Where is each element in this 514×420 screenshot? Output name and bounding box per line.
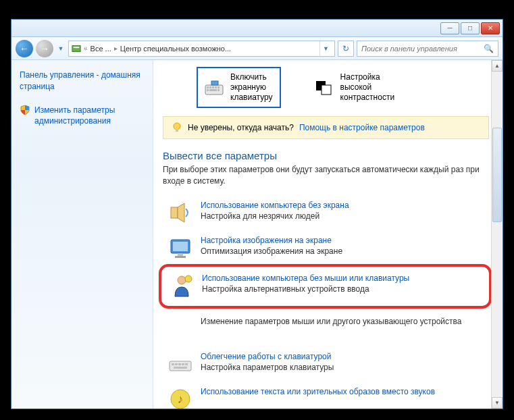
svg-point-14 [174,123,180,130]
svg-rect-19 [178,253,183,256]
search-input[interactable] [361,45,481,53]
keyboard-icon [205,80,224,96]
svg-rect-29 [174,367,187,369]
option-desc: Оптимизация изображения на экране [201,246,342,256]
sidebar-admin-link[interactable]: Изменить параметры администрирования [34,105,145,128]
close-button[interactable]: ✕ [481,22,500,34]
lightbulb-icon [172,122,182,133]
svg-rect-9 [209,89,217,91]
search-icon[interactable]: 🔍 [484,44,494,53]
person-icon [170,273,194,298]
option-title[interactable]: Настройка изображения на экране [201,236,342,245]
section-subtext: При выборе этих параметров они будут зап… [163,164,489,187]
tile-contrast-label: Настройка высокой контрастности [340,72,395,103]
option-title[interactable]: Использование компьютера без экрана [201,201,349,210]
back-button[interactable]: ← [16,40,33,57]
tile-high-contrast[interactable]: Настройка высокой контрастности [308,67,402,108]
address-bar[interactable]: « Все ... ▸ Центр специальных возможно..… [68,41,335,57]
svg-rect-28 [185,363,188,365]
keyboard-flat-icon [168,352,192,376]
speaker-icon [168,201,192,225]
svg-text:♪: ♪ [178,392,184,406]
option-desc: Настройка для незрячих людей [201,211,349,221]
sidebar-item-admin[interactable]: Изменить параметры администрирования [20,105,145,128]
svg-rect-26 [178,363,181,365]
svg-rect-13 [322,85,331,95]
svg-rect-0 [72,45,80,51]
option-desc: Настройка параметров клавиатуры [201,363,334,372]
option-keyboard-ease[interactable]: Облегчение работы с клавиатурой Настройк… [163,348,489,383]
option-desc: Изменение параметров мыши или другого ук… [201,317,461,326]
sidebar: Панель управления - домашняя страница Из… [11,60,153,409]
hint-link[interactable]: Помощь в настройке параметров [299,123,425,132]
chevron-right-icon: ▸ [114,45,118,52]
sound-visual-icon: ♪ [168,387,192,409]
svg-rect-4 [209,86,211,88]
quick-tiles: Включить экранную клавиатуру Настройка в… [163,67,489,108]
section-heading: Вывести все параметры [163,150,489,161]
scroll-down-button[interactable]: ▼ [492,397,503,409]
monitor-icon [168,236,192,260]
highlighted-option: Использование компьютера без мыши или кл… [159,264,492,309]
search-box[interactable]: 🔍 [357,41,498,57]
window: ─ □ ✕ ← → ▼ « Все ... ▸ Центр специальны… [11,19,503,409]
control-panel-icon [72,44,81,53]
svg-rect-18 [173,242,188,251]
breadcrumb-part2[interactable]: Центр специальных возможно... [120,45,231,53]
svg-rect-16 [171,207,178,218]
scroll-up-button[interactable]: ▲ [492,60,503,72]
svg-rect-1 [74,47,80,48]
content: Включить экранную клавиатуру Настройка в… [153,60,503,409]
svg-rect-6 [215,86,217,88]
svg-rect-5 [212,86,214,88]
sidebar-home-link[interactable]: Панель управления - домашняя страница [20,70,145,93]
hint-text: Не уверены, откуда начать? [188,123,294,132]
svg-rect-20 [175,256,186,258]
option-no-display[interactable]: Использование компьютера без экрана Наст… [163,196,489,232]
tile-onscreen-keyboard[interactable]: Включить экранную клавиатуру [197,67,281,108]
svg-rect-8 [207,89,209,91]
breadcrumb-part1[interactable]: Все ... [91,45,111,53]
breadcrumb-sep-icon: « [84,45,88,52]
svg-point-22 [185,275,192,282]
option-display-settings[interactable]: Настройка изображения на экране Оптимиза… [163,232,489,267]
address-dropdown[interactable]: ▼ [319,41,332,56]
refresh-button[interactable]: ↻ [338,41,354,57]
contrast-icon [315,80,334,96]
maximize-button[interactable]: □ [461,22,480,34]
tile-keyboard-label: Включить экранную клавиатуру [230,72,273,103]
option-title[interactable]: Использование текста или зрительных обра… [201,387,435,396]
svg-rect-3 [207,86,209,88]
body: Панель управления - домашняя страница Из… [11,60,503,409]
svg-rect-10 [217,89,220,91]
svg-point-21 [178,276,186,284]
minimize-button[interactable]: ─ [440,22,459,34]
titlebar: ─ □ ✕ [11,20,503,37]
svg-rect-27 [182,363,184,365]
svg-rect-15 [176,129,178,132]
nav-history-dropdown[interactable]: ▼ [56,41,66,57]
option-title[interactable]: Использование компьютера без мыши или кл… [202,273,409,283]
scroll-thumb[interactable] [492,128,502,222]
option-title[interactable]: Облегчение работы с клавиатурой [201,352,334,361]
option-mouse-settings[interactable]: Изменение параметров мыши или другого ук… [163,313,489,348]
hint-bar: Не уверены, откуда начать? Помощь в наст… [163,116,489,139]
option-visual-alerts[interactable]: ♪ Использование текста или зрительных об… [163,383,489,409]
navbar: ← → ▼ « Все ... ▸ Центр специальных возм… [11,37,503,60]
option-no-mouse-keyboard[interactable]: Использование компьютера без мыши или кл… [168,272,485,299]
svg-rect-11 [211,81,218,85]
svg-rect-24 [172,363,174,365]
svg-rect-23 [170,361,191,371]
svg-rect-25 [175,363,178,365]
forward-button[interactable]: → [36,40,53,57]
shield-icon [20,105,30,115]
scrollbar[interactable]: ▲ ▼ [491,60,503,409]
blank-icon [168,317,192,341]
option-desc: Настройка альтернативных устройств ввода [202,284,409,294]
svg-rect-7 [217,86,220,88]
